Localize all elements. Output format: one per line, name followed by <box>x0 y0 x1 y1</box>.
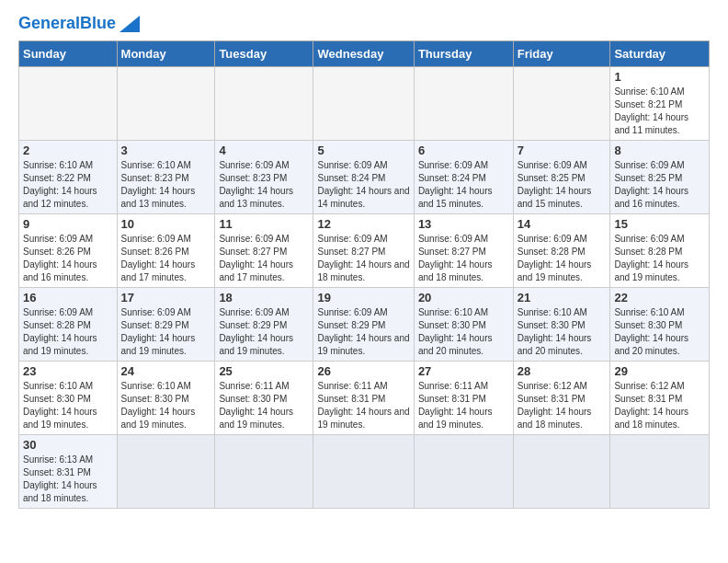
day-info: Sunrise: 6:09 AM Sunset: 8:29 PM Dayligh… <box>317 306 409 358</box>
calendar-cell: 20Sunrise: 6:10 AM Sunset: 8:30 PM Dayli… <box>414 287 513 361</box>
calendar-cell <box>313 66 414 140</box>
day-number: 22 <box>614 291 705 304</box>
day-number: 16 <box>23 291 113 304</box>
calendar-cell <box>313 434 414 508</box>
logo-text: GeneralBlue <box>18 15 116 33</box>
day-info: Sunrise: 6:13 AM Sunset: 8:31 PM Dayligh… <box>23 454 113 505</box>
day-info: Sunrise: 6:09 AM Sunset: 8:25 PM Dayligh… <box>614 159 705 211</box>
day-info: Sunrise: 6:10 AM Sunset: 8:30 PM Dayligh… <box>518 306 607 358</box>
day-number: 24 <box>121 364 211 378</box>
calendar-cell: 23Sunrise: 6:10 AM Sunset: 8:30 PM Dayli… <box>19 361 118 434</box>
calendar-header-sunday: Sunday <box>19 40 118 66</box>
calendar-cell: 8Sunrise: 6:09 AM Sunset: 8:25 PM Daylig… <box>610 140 710 213</box>
calendar-week-row: 16Sunrise: 6:09 AM Sunset: 8:28 PM Dayli… <box>19 287 710 361</box>
day-info: Sunrise: 6:09 AM Sunset: 8:26 PM Dayligh… <box>121 233 211 284</box>
calendar-cell: 2Sunrise: 6:10 AM Sunset: 8:22 PM Daylig… <box>19 140 118 213</box>
day-info: Sunrise: 6:12 AM Sunset: 8:31 PM Dayligh… <box>518 380 607 431</box>
day-number: 4 <box>219 144 309 157</box>
calendar-cell: 3Sunrise: 6:10 AM Sunset: 8:23 PM Daylig… <box>117 140 215 213</box>
day-number: 25 <box>219 364 309 378</box>
day-info: Sunrise: 6:09 AM Sunset: 8:29 PM Dayligh… <box>121 306 211 358</box>
calendar-cell: 10Sunrise: 6:09 AM Sunset: 8:26 PM Dayli… <box>117 213 215 287</box>
calendar-cell: 22Sunrise: 6:10 AM Sunset: 8:30 PM Dayli… <box>610 287 710 361</box>
day-info: Sunrise: 6:09 AM Sunset: 8:28 PM Dayligh… <box>23 306 113 358</box>
day-number: 12 <box>317 217 409 231</box>
day-info: Sunrise: 6:09 AM Sunset: 8:28 PM Dayligh… <box>614 233 705 284</box>
calendar-cell: 5Sunrise: 6:09 AM Sunset: 8:24 PM Daylig… <box>313 140 414 213</box>
day-number: 27 <box>418 364 509 378</box>
day-info: Sunrise: 6:10 AM Sunset: 8:22 PM Dayligh… <box>23 159 113 211</box>
calendar-cell <box>610 434 710 508</box>
day-info: Sunrise: 6:09 AM Sunset: 8:27 PM Dayligh… <box>418 233 509 284</box>
calendar-header-friday: Friday <box>513 40 610 66</box>
day-info: Sunrise: 6:11 AM Sunset: 8:31 PM Dayligh… <box>317 380 409 431</box>
calendar-week-row: 9Sunrise: 6:09 AM Sunset: 8:26 PM Daylig… <box>19 213 710 287</box>
day-info: Sunrise: 6:11 AM Sunset: 8:31 PM Dayligh… <box>418 380 509 431</box>
calendar: SundayMondayTuesdayWednesdayThursdayFrid… <box>18 40 710 509</box>
calendar-week-row: 2Sunrise: 6:10 AM Sunset: 8:22 PM Daylig… <box>19 140 710 213</box>
day-number: 20 <box>418 291 509 304</box>
calendar-cell: 19Sunrise: 6:09 AM Sunset: 8:29 PM Dayli… <box>313 287 414 361</box>
calendar-cell <box>513 434 610 508</box>
calendar-cell: 30Sunrise: 6:13 AM Sunset: 8:31 PM Dayli… <box>19 434 118 508</box>
calendar-cell: 21Sunrise: 6:10 AM Sunset: 8:30 PM Dayli… <box>513 287 610 361</box>
day-info: Sunrise: 6:10 AM Sunset: 8:30 PM Dayligh… <box>23 380 113 431</box>
day-number: 1 <box>614 70 705 84</box>
day-number: 13 <box>418 217 509 231</box>
calendar-header-monday: Monday <box>117 40 215 66</box>
calendar-cell: 13Sunrise: 6:09 AM Sunset: 8:27 PM Dayli… <box>414 213 513 287</box>
calendar-cell: 4Sunrise: 6:09 AM Sunset: 8:23 PM Daylig… <box>215 140 313 213</box>
calendar-week-row: 30Sunrise: 6:13 AM Sunset: 8:31 PM Dayli… <box>19 434 710 508</box>
calendar-cell: 27Sunrise: 6:11 AM Sunset: 8:31 PM Dayli… <box>414 361 513 434</box>
day-number: 7 <box>518 144 607 157</box>
calendar-cell: 12Sunrise: 6:09 AM Sunset: 8:27 PM Dayli… <box>313 213 414 287</box>
day-info: Sunrise: 6:09 AM Sunset: 8:25 PM Dayligh… <box>518 159 607 211</box>
day-info: Sunrise: 6:09 AM Sunset: 8:23 PM Dayligh… <box>219 159 309 211</box>
day-number: 29 <box>614 364 705 378</box>
day-number: 19 <box>317 291 409 304</box>
calendar-header-tuesday: Tuesday <box>215 40 313 66</box>
calendar-cell: 26Sunrise: 6:11 AM Sunset: 8:31 PM Dayli… <box>313 361 414 434</box>
calendar-cell: 17Sunrise: 6:09 AM Sunset: 8:29 PM Dayli… <box>117 287 215 361</box>
calendar-cell: 14Sunrise: 6:09 AM Sunset: 8:28 PM Dayli… <box>513 213 610 287</box>
day-info: Sunrise: 6:09 AM Sunset: 8:24 PM Dayligh… <box>317 159 409 211</box>
day-info: Sunrise: 6:09 AM Sunset: 8:26 PM Dayligh… <box>23 233 113 284</box>
day-number: 10 <box>121 217 211 231</box>
calendar-cell <box>117 66 215 140</box>
calendar-cell <box>215 434 313 508</box>
day-info: Sunrise: 6:10 AM Sunset: 8:21 PM Dayligh… <box>614 86 705 137</box>
day-number: 17 <box>121 291 211 304</box>
day-info: Sunrise: 6:12 AM Sunset: 8:31 PM Dayligh… <box>614 380 705 431</box>
calendar-cell: 1Sunrise: 6:10 AM Sunset: 8:21 PM Daylig… <box>610 66 710 140</box>
day-number: 30 <box>23 438 113 452</box>
calendar-cell: 15Sunrise: 6:09 AM Sunset: 8:28 PM Dayli… <box>610 213 710 287</box>
day-number: 23 <box>23 364 113 378</box>
day-number: 9 <box>23 217 113 231</box>
logo: GeneralBlue <box>18 15 140 33</box>
calendar-cell: 16Sunrise: 6:09 AM Sunset: 8:28 PM Dayli… <box>19 287 118 361</box>
calendar-cell: 6Sunrise: 6:09 AM Sunset: 8:24 PM Daylig… <box>414 140 513 213</box>
svg-marker-0 <box>119 16 140 32</box>
page: GeneralBlue SundayMondayTuesdayWednesday… <box>0 0 728 523</box>
calendar-cell: 24Sunrise: 6:10 AM Sunset: 8:30 PM Dayli… <box>117 361 215 434</box>
calendar-cell <box>19 66 118 140</box>
day-info: Sunrise: 6:09 AM Sunset: 8:27 PM Dayligh… <box>219 233 309 284</box>
calendar-cell <box>215 66 313 140</box>
calendar-cell: 11Sunrise: 6:09 AM Sunset: 8:27 PM Dayli… <box>215 213 313 287</box>
calendar-cell: 7Sunrise: 6:09 AM Sunset: 8:25 PM Daylig… <box>513 140 610 213</box>
day-info: Sunrise: 6:10 AM Sunset: 8:30 PM Dayligh… <box>418 306 509 358</box>
calendar-header-saturday: Saturday <box>610 40 710 66</box>
day-number: 26 <box>317 364 409 378</box>
calendar-header-wednesday: Wednesday <box>313 40 414 66</box>
day-info: Sunrise: 6:10 AM Sunset: 8:30 PM Dayligh… <box>614 306 705 358</box>
calendar-header-thursday: Thursday <box>414 40 513 66</box>
calendar-cell <box>414 434 513 508</box>
day-number: 18 <box>219 291 309 304</box>
calendar-cell: 18Sunrise: 6:09 AM Sunset: 8:29 PM Dayli… <box>215 287 313 361</box>
day-number: 8 <box>614 144 705 157</box>
day-number: 21 <box>518 291 607 304</box>
day-number: 5 <box>317 144 409 157</box>
day-number: 3 <box>121 144 211 157</box>
day-info: Sunrise: 6:09 AM Sunset: 8:24 PM Dayligh… <box>418 159 509 211</box>
calendar-cell <box>414 66 513 140</box>
